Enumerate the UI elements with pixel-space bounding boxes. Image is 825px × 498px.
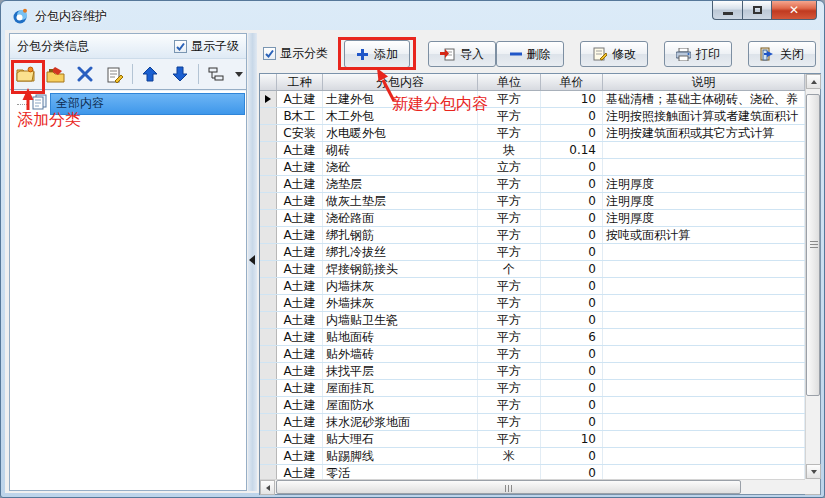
table-row[interactable]: A土建贴外墙砖平方0 <box>260 346 805 363</box>
cell-unit[interactable]: 平方 <box>478 431 541 447</box>
cell-note[interactable] <box>603 414 805 430</box>
cell-price[interactable]: 0 <box>541 193 603 209</box>
cell-price[interactable]: 0 <box>541 159 603 175</box>
scroll-left-button[interactable] <box>260 480 275 495</box>
row-selector[interactable] <box>260 363 277 379</box>
horizontal-scrollbar[interactable] <box>260 479 820 494</box>
cell-unit[interactable]: 平方 <box>478 414 541 430</box>
table-row[interactable]: A土建内墙贴卫生瓷平方0 <box>260 312 805 329</box>
cell-unit[interactable]: 平方 <box>478 210 541 226</box>
cell-worktype[interactable]: A土建 <box>277 363 323 379</box>
table-row[interactable]: A土建浇砼立方0 <box>260 159 805 176</box>
cell-worktype[interactable]: A土建 <box>277 448 323 464</box>
row-selector[interactable] <box>260 278 277 294</box>
cell-content[interactable]: 砌砖 <box>323 142 478 158</box>
cell-content[interactable]: 零活 <box>323 465 478 479</box>
cell-price[interactable]: 6 <box>541 329 603 345</box>
row-selector[interactable] <box>260 312 277 328</box>
table-row[interactable]: A土建屋面防水平方0 <box>260 397 805 414</box>
cell-unit[interactable]: 平方 <box>478 329 541 345</box>
cell-unit[interactable]: 平方 <box>478 295 541 311</box>
cell-price[interactable]: 0 <box>541 295 603 311</box>
table-row[interactable]: A土建贴大理石平方10 <box>260 431 805 448</box>
cell-note[interactable] <box>603 465 805 479</box>
cell-content[interactable]: 外墙抹灰 <box>323 295 478 311</box>
cell-content[interactable]: 做灰土垫层 <box>323 193 478 209</box>
cell-note[interactable] <box>603 261 805 277</box>
cell-content[interactable]: 绑扎钢筋 <box>323 227 478 243</box>
cell-content[interactable]: 焊接钢筋接头 <box>323 261 478 277</box>
header-unit[interactable]: 单位 <box>478 74 541 90</box>
table-row[interactable]: A土建外墙抹灰平方0 <box>260 295 805 312</box>
row-selector[interactable] <box>260 380 277 396</box>
cell-worktype[interactable]: A土建 <box>277 227 323 243</box>
cell-unit[interactable]: 立方 <box>478 159 541 175</box>
cell-unit[interactable]: 平方 <box>478 193 541 209</box>
table-row[interactable]: A土建屋面挂瓦平方0 <box>260 380 805 397</box>
cell-worktype[interactable]: A土建 <box>277 329 323 345</box>
cell-content[interactable]: 浇垫层 <box>323 176 478 192</box>
table-row[interactable]: A土建贴地面砖平方6 <box>260 329 805 346</box>
move-down-icon[interactable] <box>167 61 192 87</box>
row-selector[interactable] <box>260 108 277 124</box>
cell-note[interactable] <box>603 329 805 345</box>
row-selector[interactable] <box>260 448 277 464</box>
table-row[interactable]: B木工木工外包平方0注明按照接触面计算或者建筑面积计 <box>260 108 805 125</box>
cell-price[interactable]: 0 <box>541 465 603 479</box>
table-row[interactable]: A土建内墙抹灰平方0 <box>260 278 805 295</box>
close-button[interactable]: ✕ <box>772 1 817 20</box>
horizontal-scroll-thumb[interactable] <box>276 480 741 494</box>
cell-unit[interactable]: 平方 <box>478 227 541 243</box>
cell-worktype[interactable]: A土建 <box>277 210 323 226</box>
cell-unit[interactable]: 平方 <box>478 278 541 294</box>
row-selector[interactable] <box>260 414 277 430</box>
cell-note[interactable] <box>603 312 805 328</box>
cell-note[interactable]: 按吨或面积计算 <box>603 227 805 243</box>
table-row[interactable]: A土建抹找平层平方0 <box>260 363 805 380</box>
cell-worktype[interactable]: A土建 <box>277 465 323 479</box>
cell-worktype[interactable]: A土建 <box>277 295 323 311</box>
vertical-scrollbar[interactable] <box>805 74 820 479</box>
cell-price[interactable]: 0.14 <box>541 142 603 158</box>
cell-price[interactable]: 10 <box>541 431 603 447</box>
scroll-down-button[interactable] <box>806 464 821 479</box>
cell-unit[interactable]: 平方 <box>478 397 541 413</box>
cell-worktype[interactable]: A土建 <box>277 142 323 158</box>
cell-worktype[interactable]: A土建 <box>277 159 323 175</box>
cell-unit[interactable]: 米 <box>478 448 541 464</box>
show-children-checkbox-group[interactable]: 显示子级 <box>174 38 239 55</box>
cell-content[interactable]: 内墙贴卫生瓷 <box>323 312 478 328</box>
row-selector[interactable] <box>260 295 277 311</box>
cell-price[interactable]: 0 <box>541 397 603 413</box>
cell-unit[interactable]: 平方 <box>478 108 541 124</box>
cell-note[interactable] <box>603 380 805 396</box>
cell-price[interactable]: 0 <box>541 380 603 396</box>
delete-category-icon[interactable] <box>72 61 97 87</box>
cell-worktype[interactable]: B木工 <box>277 108 323 124</box>
cell-content[interactable]: 浇砼 <box>323 159 478 175</box>
cell-worktype[interactable]: A土建 <box>277 414 323 430</box>
cell-worktype[interactable]: A土建 <box>277 278 323 294</box>
cell-unit[interactable]: 平方 <box>478 91 541 107</box>
cell-content[interactable]: 屋面防水 <box>323 397 478 413</box>
panel-splitter[interactable] <box>248 33 257 491</box>
horizontal-scroll-track[interactable] <box>275 480 805 494</box>
cell-price[interactable]: 0 <box>541 176 603 192</box>
cell-worktype[interactable]: A土建 <box>277 312 323 328</box>
close-window-button[interactable]: 关闭 <box>748 41 816 67</box>
row-selector[interactable] <box>260 193 277 209</box>
maximize-button[interactable] <box>742 1 772 20</box>
vertical-scroll-track[interactable] <box>806 89 820 464</box>
cell-note[interactable]: 基础清槽；基础主体砌砖、浇砼、养 <box>603 91 805 107</box>
row-selector[interactable] <box>260 91 277 107</box>
cell-worktype[interactable]: A土建 <box>277 431 323 447</box>
cell-price[interactable]: 0 <box>541 125 603 141</box>
row-selector[interactable] <box>260 227 277 243</box>
row-selector[interactable] <box>260 397 277 413</box>
tree-view-icon[interactable] <box>204 61 229 87</box>
cell-price[interactable]: 0 <box>541 210 603 226</box>
row-selector[interactable] <box>260 159 277 175</box>
delete-button[interactable]: 删除 <box>496 41 564 67</box>
cell-worktype[interactable]: A土建 <box>277 397 323 413</box>
header-price[interactable]: 单价 <box>541 74 603 90</box>
